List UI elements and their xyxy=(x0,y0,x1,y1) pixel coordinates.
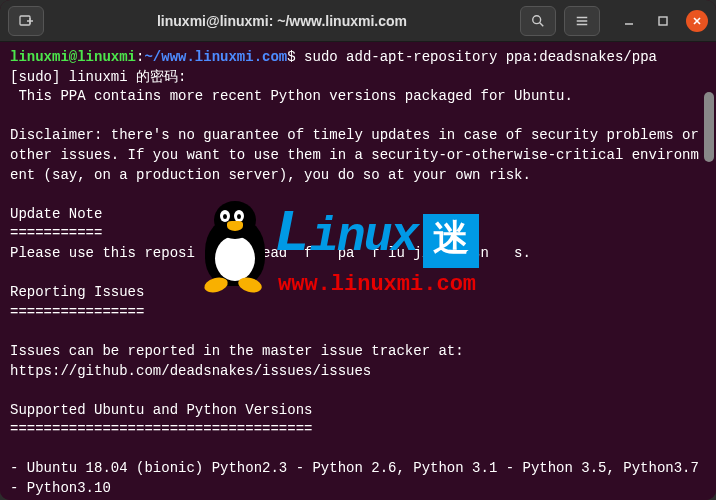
output-line: - Ubuntu 18.04 (bionic) Python2.3 - Pyth… xyxy=(10,459,706,498)
output-line xyxy=(10,440,706,460)
maximize-button[interactable] xyxy=(652,10,674,32)
output-line: Issues can be reported in the master iss… xyxy=(10,342,706,362)
command-text: sudo add-apt-repository ppa:deadsnakes/p… xyxy=(304,49,657,65)
output-line xyxy=(10,381,706,401)
new-tab-button[interactable] xyxy=(8,6,44,36)
new-tab-icon xyxy=(18,13,34,29)
minimize-button[interactable] xyxy=(618,10,640,32)
window-title: linuxmi@linuxmi: ~/www.linuxmi.com xyxy=(44,13,520,29)
search-icon xyxy=(531,14,545,28)
output-line: [sudo] linuxmi 的密码: xyxy=(10,68,706,88)
output-line: This PPA contains more recent Python ver… xyxy=(10,87,706,107)
scrollbar-thumb[interactable] xyxy=(704,92,714,162)
output-line: Disclaimer: there's no guarantee of time… xyxy=(10,126,706,185)
titlebar-right xyxy=(520,6,708,36)
prompt-dollar: $ xyxy=(287,49,295,65)
close-button[interactable] xyxy=(686,10,708,32)
output-line: Supported Ubuntu and Python Versions xyxy=(10,401,706,421)
output-line: https://github.com/deadsnakes/issues/iss… xyxy=(10,362,706,382)
maximize-icon xyxy=(657,15,669,27)
output-line xyxy=(10,322,706,342)
close-icon xyxy=(692,16,702,26)
hamburger-icon xyxy=(575,14,589,28)
prompt-user-host: linuxmi@linuxmi xyxy=(10,49,136,65)
prompt-line: linuxmi@linuxmi:~/www.linuxmi.com$ sudo … xyxy=(10,48,706,68)
output-line xyxy=(10,185,706,205)
terminal-window: linuxmi@linuxmi: ~/www.linuxmi.com xyxy=(0,0,716,500)
svg-rect-9 xyxy=(659,17,667,25)
terminal-output: [sudo] linuxmi 的密码: This PPA contains mo… xyxy=(10,68,706,500)
terminal-body[interactable]: linuxmi@linuxmi:~/www.linuxmi.com$ sudo … xyxy=(0,42,716,500)
output-line: ================ xyxy=(10,303,706,323)
output-line: Please use this reposi in ead f pa f lu … xyxy=(10,244,706,264)
output-line xyxy=(10,107,706,127)
minimize-icon xyxy=(623,15,635,27)
window-controls xyxy=(618,10,708,32)
output-line: Update Note xyxy=(10,205,706,225)
titlebar: linuxmi@linuxmi: ~/www.linuxmi.com xyxy=(0,0,716,42)
output-line: =========== xyxy=(10,224,706,244)
svg-line-4 xyxy=(540,22,544,26)
svg-point-3 xyxy=(533,15,541,23)
output-line: Reporting Issues xyxy=(10,283,706,303)
titlebar-left xyxy=(8,6,44,36)
menu-button[interactable] xyxy=(564,6,600,36)
output-line xyxy=(10,264,706,284)
output-line: ==================================== xyxy=(10,420,706,440)
search-button[interactable] xyxy=(520,6,556,36)
prompt-path: ~/www.linuxmi.com xyxy=(144,49,287,65)
